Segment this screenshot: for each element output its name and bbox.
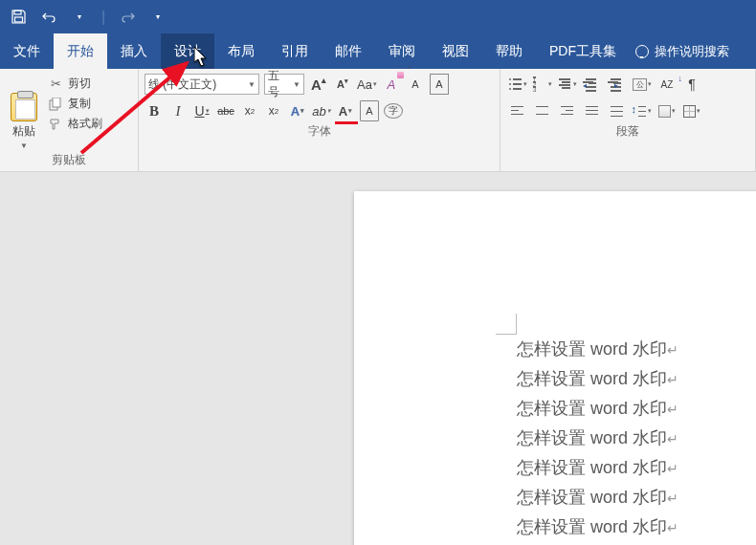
asian-layout-icon: 公	[633, 78, 647, 91]
paste-button[interactable]: 粘贴	[12, 123, 35, 140]
font-color-button[interactable]: A▾	[336, 100, 355, 121]
align-left-button[interactable]	[508, 100, 527, 121]
change-case-button[interactable]: Aa▾	[357, 74, 377, 95]
tell-me-label: 操作说明搜索	[655, 43, 729, 60]
character-shading-button[interactable]: A	[360, 100, 379, 121]
line-spacing-icon	[634, 105, 647, 118]
decrease-indent-button[interactable]: ◂	[583, 74, 602, 95]
undo-dropdown-icon[interactable]: ▾	[71, 9, 88, 26]
document-line[interactable]: 怎样设置 word 水印↵	[517, 424, 678, 453]
qat-customize-icon[interactable]: ▾	[149, 9, 167, 26]
bullets-icon	[509, 78, 523, 90]
document-line[interactable]: 怎样设置 word 水印↵	[517, 483, 678, 512]
justify-icon	[586, 106, 599, 117]
tab-mailings[interactable]: 邮件	[322, 33, 375, 69]
undo-icon[interactable]	[40, 9, 57, 26]
highlight-button[interactable]: ab▾	[312, 100, 331, 121]
svg-line-4	[81, 63, 187, 153]
show-paragraph-marks-button[interactable]: ¶	[682, 74, 701, 95]
document-content[interactable]: 怎样设置 word 水印↵ 怎样设置 word 水印↵ 怎样设置 word 水印…	[517, 335, 678, 545]
justify-button[interactable]	[583, 100, 602, 121]
increase-indent-button[interactable]: ◂	[608, 74, 627, 95]
borders-icon	[683, 105, 696, 118]
font-size-value: 五号	[268, 68, 290, 100]
subscript-button[interactable]: x2	[240, 100, 259, 121]
document-line[interactable]: 怎样设置 word 水印↵	[517, 364, 678, 394]
align-center-button[interactable]	[533, 100, 552, 121]
qat-separator: |	[101, 9, 105, 26]
sort-button[interactable]: AZ	[657, 74, 677, 95]
document-line[interactable]: 怎样设置 word 水印↵	[517, 394, 678, 424]
lightbulb-icon	[635, 45, 649, 58]
phonetic-guide-button[interactable]: A	[406, 74, 425, 95]
distribute-button[interactable]	[608, 100, 627, 121]
numbering-button[interactable]: 123▾	[533, 74, 552, 95]
tab-pdf-tools[interactable]: PDF工具集	[536, 33, 630, 69]
chevron-down-icon: ▼	[290, 80, 300, 89]
shading-icon	[658, 105, 671, 118]
tab-view[interactable]: 视图	[429, 33, 482, 69]
font-size-combo[interactable]: 五号▼	[264, 74, 304, 95]
enclose-characters-button[interactable]: 字	[384, 103, 403, 119]
strikethrough-button[interactable]: abc	[216, 100, 235, 121]
line-spacing-button[interactable]: ▾	[633, 100, 652, 121]
align-right-button[interactable]	[558, 100, 577, 121]
save-icon[interactable]	[10, 9, 27, 26]
title-bar: ▾ | ▾	[0, 0, 756, 33]
asian-layout-button[interactable]: 公▾	[633, 74, 652, 95]
mouse-cursor-icon	[194, 47, 210, 72]
tab-references[interactable]: 引用	[268, 33, 322, 69]
shading-button[interactable]: ▾	[657, 100, 677, 121]
tell-me-search[interactable]: 操作说明搜索	[635, 33, 729, 69]
paste-icon[interactable]	[11, 93, 37, 121]
document-area[interactable]: 怎样设置 word 水印↵ 怎样设置 word 水印↵ 怎样设置 word 水印…	[0, 172, 756, 545]
clear-formatting-button[interactable]: A	[382, 74, 401, 95]
align-center-icon	[536, 106, 549, 117]
document-line[interactable]: 怎样设置 word 水印↵	[517, 453, 678, 483]
text-effects-button[interactable]: A▾	[288, 100, 307, 121]
character-border-button[interactable]: A	[430, 74, 449, 95]
chevron-down-icon: ▼	[245, 80, 256, 89]
tab-file[interactable]: 文件	[0, 33, 54, 69]
distribute-icon	[611, 106, 624, 117]
paste-dropdown-icon[interactable]: ▼	[20, 142, 28, 150]
paragraph-group-label: 段落	[500, 121, 755, 142]
superscript-button[interactable]: x2	[264, 100, 283, 121]
scissors-icon: ✂	[48, 77, 63, 91]
grow-font-button[interactable]: A▴	[309, 74, 328, 95]
borders-button[interactable]: ▾	[682, 100, 701, 121]
shrink-font-button[interactable]: A▾	[333, 74, 352, 95]
document-page[interactable]: 怎样设置 word 水印↵ 怎样设置 word 水印↵ 怎样设置 word 水印…	[354, 191, 756, 545]
multilevel-icon	[559, 78, 572, 90]
align-left-icon	[511, 106, 524, 117]
margin-corner-icon	[496, 314, 517, 335]
indent-icon: ◂	[611, 78, 624, 90]
tab-layout[interactable]: 布局	[214, 33, 268, 69]
align-right-icon	[561, 106, 574, 117]
document-line[interactable]: 怎样设置 word 水印↵	[517, 335, 678, 364]
multilevel-list-button[interactable]: ▾	[558, 74, 577, 95]
tab-help[interactable]: 帮助	[482, 33, 536, 69]
redo-icon[interactable]	[119, 9, 136, 26]
outdent-icon: ◂	[586, 78, 599, 90]
numbering-icon: 123	[534, 78, 547, 90]
tab-review[interactable]: 审阅	[375, 33, 429, 69]
brush-icon	[48, 118, 63, 131]
bullets-button[interactable]: ▾	[508, 74, 527, 95]
document-line[interactable]: 怎样设置 word 水印↵	[517, 512, 678, 542]
copy-icon	[48, 98, 63, 111]
svg-rect-0	[14, 11, 21, 14]
svg-rect-1	[14, 17, 22, 22]
annotation-arrow-icon	[72, 57, 215, 166]
svg-rect-3	[53, 98, 60, 107]
group-paragraph: ▾ 123▾ ▾ ◂ ◂ 公▾ AZ ¶ ▾ ▾ ▾ 段落	[500, 69, 756, 171]
